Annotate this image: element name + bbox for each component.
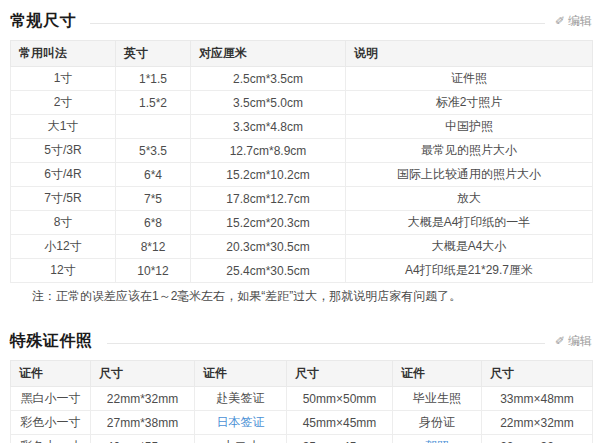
table-cell: 8*12 bbox=[116, 235, 191, 259]
table-cell: 40mm*55mm bbox=[91, 435, 195, 443]
table-cell: 3.3cm*4.8cm bbox=[191, 115, 346, 139]
table-row: 6寸/4R6*415.2cm*10.2cm国际上比较通用的照片大小 bbox=[11, 163, 593, 187]
header-row: 证件尺寸证件尺寸证件尺寸 bbox=[11, 361, 593, 387]
table-cell: 大概是A4大小 bbox=[346, 235, 593, 259]
cell-link[interactable]: 日本签证 bbox=[217, 415, 265, 429]
table-cell: 15.2cm*10.2cm bbox=[191, 163, 346, 187]
cell-link[interactable]: 驾照 bbox=[425, 439, 449, 443]
table-cell: 27mm*38mm bbox=[91, 411, 195, 435]
table-cell: 最常见的照片大小 bbox=[346, 139, 593, 163]
table-cell: 彩色小一寸 bbox=[11, 411, 91, 435]
table-cell: 22mm×32mm bbox=[482, 435, 593, 443]
table-cell: 1.5*2 bbox=[116, 91, 191, 115]
column-header: 英寸 bbox=[116, 41, 191, 67]
table-cell: 中国护照 bbox=[346, 115, 593, 139]
column-header: 说明 bbox=[346, 41, 593, 67]
table-cell: 6寸/4R bbox=[11, 163, 116, 187]
table-row: 7寸/5R7*517.8cm*12.7cm放大 bbox=[11, 187, 593, 211]
table-cell: 10*12 bbox=[116, 259, 191, 283]
table-cell: 50mm×50mm bbox=[287, 387, 393, 411]
edit-link-label: 编辑 bbox=[568, 333, 592, 350]
table-row: 小12寸8*1220.3cm*30.5cm大概是A4大小 bbox=[11, 235, 593, 259]
table-cell: 2.5cm*3.5cm bbox=[191, 67, 346, 91]
table-cell: 5寸/3R bbox=[11, 139, 116, 163]
title-divider bbox=[107, 343, 545, 344]
table-cell: 国际上比较通用的照片大小 bbox=[346, 163, 593, 187]
table-row: 彩色小一寸27mm*38mm日本签证45mm×45mm身份证22mm×32mm bbox=[11, 411, 593, 435]
table-cell: 20.3cm*30.5cm bbox=[191, 235, 346, 259]
title-divider bbox=[90, 23, 545, 24]
table-cell: 彩色大一寸 bbox=[11, 435, 91, 443]
header-row: 常用叫法英寸对应厘米说明 bbox=[11, 41, 593, 67]
column-header: 常用叫法 bbox=[11, 41, 116, 67]
regular-sizes-table: 常用叫法英寸对应厘米说明1寸1*1.52.5cm*3.5cm证件照2寸1.5*2… bbox=[10, 40, 593, 283]
edit-link[interactable]: ✐ 编辑 bbox=[555, 333, 592, 350]
table-cell: 17.8cm*12.7cm bbox=[191, 187, 346, 211]
table-cell: 6*8 bbox=[116, 211, 191, 235]
table-cell: 身份证 bbox=[393, 411, 482, 435]
table-cell: 45mm×45mm bbox=[287, 411, 393, 435]
table-cell: 22mm*32mm bbox=[91, 387, 195, 411]
table-cell: 毕业生照 bbox=[393, 387, 482, 411]
table-cell: 35mm×45mm bbox=[287, 435, 393, 443]
table-cell: 1*1.5 bbox=[116, 67, 191, 91]
table-cell: 放大 bbox=[346, 187, 593, 211]
column-header: 对应厘米 bbox=[191, 41, 346, 67]
table-row: 2寸1.5*23.5cm*5.0cm标准2寸照片 bbox=[11, 91, 593, 115]
table-cell: 黑白小一寸 bbox=[11, 387, 91, 411]
edit-link[interactable]: ✐ 编辑 bbox=[555, 13, 592, 30]
table-cell: 7寸/5R bbox=[11, 187, 116, 211]
table-cell: A4打印纸是21*29.7厘米 bbox=[346, 259, 593, 283]
table-cell: 15.2cm*20.3cm bbox=[191, 211, 346, 235]
table-note: 注：正常的误差应该在1～2毫米左右，如果“差距”过大，那就说明店家有问题了。 bbox=[32, 289, 592, 304]
section-title: 常规尺寸 bbox=[10, 8, 76, 34]
table-cell: 6*4 bbox=[116, 163, 191, 187]
pencil-icon: ✐ bbox=[555, 14, 565, 28]
table-cell: 2寸 bbox=[11, 91, 116, 115]
table-cell: 驾照 bbox=[393, 435, 482, 443]
table-cell: 12寸 bbox=[11, 259, 116, 283]
column-header: 证件 bbox=[393, 361, 482, 387]
table-cell: 8寸 bbox=[11, 211, 116, 235]
table-cell bbox=[116, 115, 191, 139]
table-row: 12寸10*1225.4cm*30.5cmA4打印纸是21*29.7厘米 bbox=[11, 259, 593, 283]
column-header: 证件 bbox=[195, 361, 287, 387]
table-cell: 日本签证 bbox=[195, 411, 287, 435]
table-row: 彩色大一寸40mm*55mm大二寸35mm×45mm驾照22mm×32mm bbox=[11, 435, 593, 443]
table-row: 1寸1*1.52.5cm*3.5cm证件照 bbox=[11, 67, 593, 91]
section-header: 特殊证件照 ✐ 编辑 bbox=[10, 328, 592, 354]
table-cell: 22mm×32mm bbox=[482, 411, 593, 435]
edit-link-label: 编辑 bbox=[568, 13, 592, 30]
table-cell: 1寸 bbox=[11, 67, 116, 91]
table-row: 5寸/3R5*3.512.7cm*8.9cm最常见的照片大小 bbox=[11, 139, 593, 163]
section-title: 特殊证件照 bbox=[10, 328, 93, 354]
column-header: 尺寸 bbox=[91, 361, 195, 387]
column-header: 尺寸 bbox=[482, 361, 593, 387]
section-special-id-photos: 特殊证件照 ✐ 编辑 证件尺寸证件尺寸证件尺寸黑白小一寸22mm*32mm赴美签… bbox=[10, 328, 592, 443]
table-cell: 3.5cm*5.0cm bbox=[191, 91, 346, 115]
column-header: 尺寸 bbox=[287, 361, 393, 387]
section-header: 常规尺寸 ✐ 编辑 bbox=[10, 8, 592, 34]
table-cell: 标准2寸照片 bbox=[346, 91, 593, 115]
table-cell: 5*3.5 bbox=[116, 139, 191, 163]
section-regular-sizes: 常规尺寸 ✐ 编辑 常用叫法英寸对应厘米说明1寸1*1.52.5cm*3.5cm… bbox=[10, 8, 592, 304]
table-row: 黑白小一寸22mm*32mm赴美签证50mm×50mm毕业生照33mm×48mm bbox=[11, 387, 593, 411]
table-cell: 12.7cm*8.9cm bbox=[191, 139, 346, 163]
table-cell: 33mm×48mm bbox=[482, 387, 593, 411]
article-page: 常规尺寸 ✐ 编辑 常用叫法英寸对应厘米说明1寸1*1.52.5cm*3.5cm… bbox=[0, 0, 600, 443]
table-cell: 证件照 bbox=[346, 67, 593, 91]
table-cell: 7*5 bbox=[116, 187, 191, 211]
column-header: 证件 bbox=[11, 361, 91, 387]
table-cell: 25.4cm*30.5cm bbox=[191, 259, 346, 283]
table-cell: 大1寸 bbox=[11, 115, 116, 139]
table-row: 大1寸3.3cm*4.8cm中国护照 bbox=[11, 115, 593, 139]
pencil-icon: ✐ bbox=[555, 334, 565, 348]
table-cell: 大概是A4打印纸的一半 bbox=[346, 211, 593, 235]
special-id-photos-table: 证件尺寸证件尺寸证件尺寸黑白小一寸22mm*32mm赴美签证50mm×50mm毕… bbox=[10, 360, 593, 443]
table-cell: 大二寸 bbox=[195, 435, 287, 443]
table-cell: 赴美签证 bbox=[195, 387, 287, 411]
table-row: 8寸6*815.2cm*20.3cm大概是A4打印纸的一半 bbox=[11, 211, 593, 235]
table-cell: 小12寸 bbox=[11, 235, 116, 259]
